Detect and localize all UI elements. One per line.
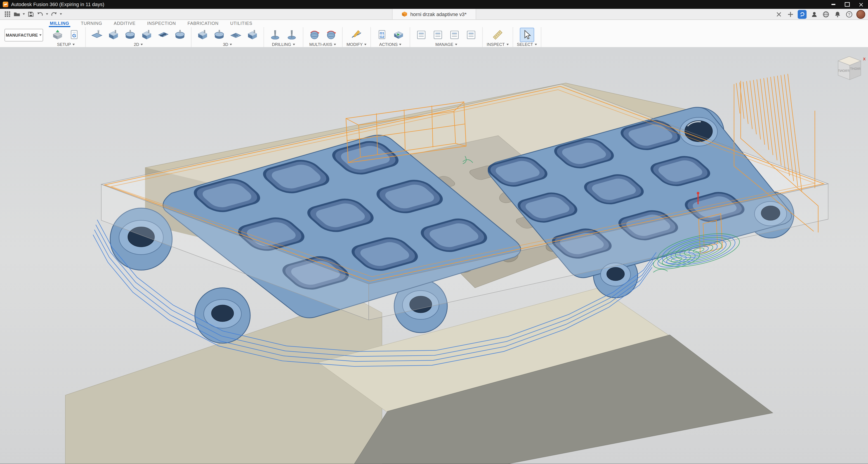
- 2d-group-menu[interactable]: 2D: [134, 42, 143, 47]
- measure-icon: [492, 29, 504, 41]
- select-group-menu[interactable]: SELECT: [517, 42, 537, 47]
- post-library-icon: [465, 29, 477, 41]
- parallel-icon: [230, 29, 242, 41]
- close-tab-icon: [775, 10, 782, 18]
- face-button[interactable]: [90, 27, 104, 42]
- inspect-group-menu[interactable]: INSPECT: [487, 42, 508, 47]
- close-document-button[interactable]: [774, 10, 783, 18]
- sync-status-icon: [799, 11, 805, 17]
- templates-button[interactable]: [431, 27, 445, 42]
- 2d-adaptive-button[interactable]: [106, 27, 121, 42]
- tab-additive[interactable]: ADDITIVE: [113, 20, 136, 27]
- nc-program-icon: G: [68, 29, 80, 41]
- online-status-button[interactable]: [822, 10, 830, 18]
- machine-library-button[interactable]: [447, 27, 462, 42]
- viewcube-face-label: RIGHT: [850, 67, 861, 70]
- undo-menu-caret[interactable]: [45, 13, 49, 15]
- bell-icon: [833, 10, 841, 18]
- swarf-button[interactable]: [307, 27, 322, 42]
- redo-icon: [51, 11, 58, 18]
- tab-utilities[interactable]: UTILITIES: [229, 20, 253, 27]
- face-icon: [91, 29, 103, 41]
- minimize-icon: [831, 4, 835, 5]
- drill-button[interactable]: [268, 27, 282, 42]
- window-title: Autodesk Fusion 360 (Expiring in 11 days…: [11, 2, 104, 7]
- viewcube-axis-label: X: [863, 57, 866, 61]
- workspace-selector[interactable]: MANUFACTURE: [4, 29, 43, 41]
- bore-button[interactable]: [285, 27, 299, 42]
- file-menu-button[interactable]: [12, 10, 22, 18]
- measure-button[interactable]: [491, 27, 505, 42]
- bore-icon: [286, 29, 298, 41]
- viewcube-face-label: FRONT: [838, 69, 849, 72]
- user-avatar[interactable]: [857, 10, 865, 19]
- ribbon-group-2d: 2D: [86, 27, 192, 48]
- file-menu-caret[interactable]: [22, 13, 26, 15]
- minimize-button[interactable]: [827, 0, 840, 9]
- close-window-button[interactable]: [854, 0, 868, 9]
- parallel-button[interactable]: [228, 27, 243, 42]
- toolpath-modify-button[interactable]: [349, 27, 364, 42]
- slot-button[interactable]: [156, 27, 170, 42]
- 3d-adaptive-icon: [196, 29, 209, 41]
- svg-text:?: ?: [848, 12, 850, 17]
- drilling-group-menu[interactable]: DRILLING: [272, 42, 295, 47]
- post-library-button[interactable]: [464, 27, 478, 42]
- select-tool-button[interactable]: [520, 27, 534, 42]
- fusion-360-logo-icon: [3, 2, 8, 7]
- modify-group-menu[interactable]: MODIFY: [346, 42, 367, 47]
- 3d-adaptive-button[interactable]: [195, 27, 210, 42]
- 2d-contour-button[interactable]: [140, 27, 154, 42]
- scallop-icon: [246, 29, 258, 41]
- simulate-button[interactable]: [392, 27, 406, 42]
- save-button[interactable]: [26, 10, 35, 18]
- 2d-pocket-button[interactable]: [123, 27, 137, 42]
- multi-axis-contour-button[interactable]: [324, 27, 338, 42]
- 2d-adaptive-icon: [107, 29, 120, 41]
- post-process-icon: G1G2: [376, 29, 388, 41]
- tab-milling[interactable]: MILLING: [49, 20, 70, 27]
- data-panel-button[interactable]: [3, 10, 12, 18]
- undo-button[interactable]: [35, 10, 45, 18]
- ribbon-group-multi-axis: MULTI-AXIS: [303, 27, 343, 48]
- ribbon-group-drilling: DRILLING: [264, 27, 303, 48]
- redo-menu-caret[interactable]: [59, 13, 63, 15]
- globe-icon: [822, 10, 830, 18]
- profile-presence-button[interactable]: [810, 10, 818, 18]
- tab-turning[interactable]: TURNING: [80, 20, 103, 27]
- job-status-button[interactable]: [798, 10, 807, 19]
- post-process-button[interactable]: G1G2: [375, 27, 389, 42]
- 3d-group-menu[interactable]: 3D: [223, 42, 232, 47]
- redo-button[interactable]: [49, 10, 59, 18]
- new-setup-button[interactable]: [51, 27, 65, 42]
- ribbon-group-setup: G SETUP: [46, 27, 86, 48]
- notifications-button[interactable]: [833, 10, 842, 18]
- setup-group-menu[interactable]: SETUP: [57, 42, 74, 47]
- svg-text:G1: G1: [380, 31, 384, 35]
- new-nc-program-button[interactable]: G: [67, 27, 81, 42]
- svg-text:G2: G2: [380, 35, 384, 38]
- scallop-button[interactable]: [245, 27, 260, 42]
- tool-library-button[interactable]: [414, 27, 429, 42]
- 3d-pocket-button[interactable]: [212, 27, 226, 42]
- workspace-tab-strip: MILLING TURNING ADDITIVE INSPECTION FABR…: [49, 20, 254, 27]
- multi-axis-group-menu[interactable]: MULTI-AXIS: [309, 42, 336, 47]
- ribbon-group-modify: MODIFY: [343, 27, 371, 48]
- templates-icon: [432, 29, 444, 41]
- bore-hole: [685, 121, 712, 142]
- document-tab[interactable]: horni drzak adaptivne v3*: [392, 9, 476, 20]
- help-button[interactable]: ?: [845, 10, 853, 18]
- maximize-button[interactable]: [840, 0, 854, 9]
- select-cursor-icon: [521, 29, 533, 41]
- viewport-canvas[interactable]: FRONT RIGHT X: [0, 47, 868, 464]
- document-icon: [401, 11, 408, 17]
- ribbon-group-select: SELECT: [513, 27, 541, 48]
- tab-inspection[interactable]: INSPECTION: [146, 20, 177, 27]
- ribbon-group-3d: 3D: [191, 27, 264, 48]
- actions-group-menu[interactable]: ACTIONS: [379, 42, 402, 47]
- tool-library-icon: [415, 29, 428, 41]
- new-document-tab-button[interactable]: [786, 10, 795, 18]
- manage-group-menu[interactable]: MANAGE: [435, 42, 457, 47]
- trace-button[interactable]: [173, 27, 187, 42]
- tab-fabrication[interactable]: FABRICATION: [186, 20, 220, 27]
